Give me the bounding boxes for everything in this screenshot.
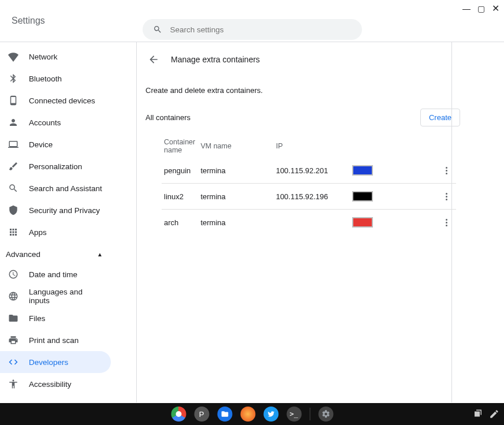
advanced-toggle[interactable]: Advanced ▲ xyxy=(0,243,111,263)
bluetooth-icon xyxy=(8,73,18,84)
print-icon xyxy=(8,335,18,345)
wifi-icon xyxy=(8,51,18,62)
maximize-button[interactable]: ▢ xyxy=(477,5,485,13)
sidebar-item-label: Bluetooth xyxy=(29,74,62,83)
cell-container-name: penguin xyxy=(162,158,198,184)
sidebar-item-accessibility[interactable]: Accessibility xyxy=(0,373,111,395)
pen-icon[interactable] xyxy=(489,409,499,419)
cell-color xyxy=(350,210,438,236)
laptop-icon xyxy=(8,139,18,150)
sidebar-item-label: Security and Privacy xyxy=(29,206,100,215)
sidebar-item-label: Accounts xyxy=(29,118,61,127)
sidebar-item-label: Files xyxy=(29,314,46,323)
person-icon xyxy=(8,117,18,128)
col-ip: IP xyxy=(274,135,350,158)
sidebar-item-languages[interactable]: Languages and inputs xyxy=(0,285,111,307)
sidebar-item-personalization[interactable]: Personalization xyxy=(0,155,111,177)
shelf-app-chrome[interactable] xyxy=(171,407,186,422)
all-containers-label: All containers xyxy=(145,113,191,122)
shelf-app-p[interactable]: P xyxy=(194,407,209,422)
sidebar-item-label: Personalization xyxy=(29,162,82,171)
brush-icon xyxy=(8,161,18,172)
minimize-button[interactable]: — xyxy=(462,5,471,13)
cell-color xyxy=(350,158,438,184)
sidebar-item-label: Accessibility xyxy=(29,380,72,389)
row-more-button[interactable] xyxy=(440,191,452,202)
twitter-icon xyxy=(267,410,275,418)
app-title: Settings xyxy=(12,16,45,26)
sidebar: Network Bluetooth Connected devices Acco… xyxy=(0,42,136,402)
col-vm-name: VM name xyxy=(198,135,274,158)
sidebar-item-label: Search and Assistant xyxy=(29,184,102,193)
shelf-apps: P >_ xyxy=(171,407,333,422)
color-swatch[interactable] xyxy=(352,165,373,176)
window-controls: — ▢ ✕ xyxy=(458,0,504,17)
phone-icon xyxy=(8,95,18,106)
chevron-up-icon: ▲ xyxy=(97,251,103,258)
sidebar-item-search-assistant[interactable]: Search and Assistant xyxy=(0,177,111,199)
sidebar-item-label: Date and time xyxy=(29,270,77,279)
table-row: penguintermina100.115.92.201 xyxy=(162,158,456,184)
sidebar-item-print[interactable]: Print and scan xyxy=(0,329,111,351)
page-subtitle: Create and delete extra containers. xyxy=(145,74,460,100)
containers-table: Container name VM name IP penguintermina… xyxy=(162,135,456,235)
sidebar-item-security[interactable]: Security and Privacy xyxy=(0,199,111,221)
sidebar-item-label: Developers xyxy=(29,358,68,367)
code-icon xyxy=(8,357,18,367)
cell-container-name: linux2 xyxy=(162,184,198,210)
globe-icon xyxy=(8,291,18,301)
sidebar-item-network[interactable]: Network xyxy=(0,46,111,68)
row-more-button[interactable] xyxy=(440,217,452,228)
cell-ip: 100.115.92.196 xyxy=(274,184,350,210)
folder-icon xyxy=(8,313,18,323)
search-box[interactable] xyxy=(143,19,362,40)
advanced-label: Advanced xyxy=(6,250,40,259)
shelf: P >_ xyxy=(0,403,504,425)
cell-ip: 100.115.92.201 xyxy=(274,158,350,184)
sidebar-item-device[interactable]: Device xyxy=(0,133,111,155)
create-button[interactable]: Create xyxy=(420,109,460,126)
cell-vm-name: termina xyxy=(198,210,274,236)
shelf-app-twitter[interactable] xyxy=(263,407,278,422)
sidebar-item-label: Connected devices xyxy=(29,96,95,105)
page-header: Manage extra containers xyxy=(145,54,460,74)
search-icon xyxy=(153,25,162,34)
accessibility-icon xyxy=(8,379,18,389)
sidebar-item-label: Print and scan xyxy=(29,336,79,345)
row-more-button[interactable] xyxy=(440,165,452,176)
back-arrow-icon[interactable] xyxy=(148,54,159,65)
shelf-app-files[interactable] xyxy=(217,407,232,422)
sidebar-item-date-time[interactable]: Date and time xyxy=(0,263,111,285)
sidebar-item-connected-devices[interactable]: Connected devices xyxy=(0,90,111,111)
cell-vm-name: termina xyxy=(198,158,274,184)
sidebar-item-apps[interactable]: Apps xyxy=(0,221,111,243)
content-area: Manage extra containers Create and delet… xyxy=(136,42,504,402)
cell-vm-name: termina xyxy=(198,184,274,210)
shelf-app-settings[interactable] xyxy=(318,407,333,422)
search-icon xyxy=(8,183,18,193)
sidebar-item-label: Apps xyxy=(29,228,47,237)
close-button[interactable]: ✕ xyxy=(492,4,499,13)
overview-icon[interactable] xyxy=(473,409,483,419)
sidebar-item-developers[interactable]: Developers xyxy=(0,351,111,373)
folder-icon xyxy=(221,410,229,418)
cell-ip xyxy=(274,210,350,236)
shield-icon xyxy=(8,205,18,215)
table-row: archtermina xyxy=(162,210,456,236)
search-input[interactable] xyxy=(170,25,352,34)
sidebar-item-label: Languages and inputs xyxy=(29,288,103,305)
app-header: Settings xyxy=(0,0,504,42)
shelf-app-terminal[interactable]: >_ xyxy=(286,407,301,422)
gear-icon xyxy=(321,409,330,419)
sidebar-item-files[interactable]: Files xyxy=(0,307,111,329)
color-swatch[interactable] xyxy=(352,191,373,202)
col-container-name: Container name xyxy=(162,135,198,158)
sidebar-item-accounts[interactable]: Accounts xyxy=(0,111,111,133)
sidebar-item-bluetooth[interactable]: Bluetooth xyxy=(0,68,111,90)
cell-container-name: arch xyxy=(162,210,198,236)
apps-icon xyxy=(8,227,18,237)
clock-icon xyxy=(8,269,18,279)
cell-color xyxy=(350,184,438,210)
shelf-app-fox[interactable] xyxy=(240,407,255,422)
color-swatch[interactable] xyxy=(352,217,373,228)
